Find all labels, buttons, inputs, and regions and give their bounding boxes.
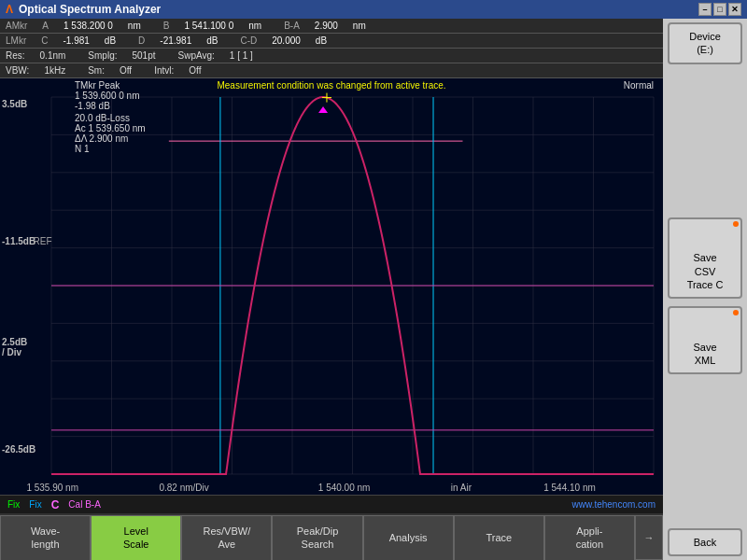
res-label: Res: [6,50,25,61]
tab-wavelength[interactable]: Wave- length [0,515,91,560]
tab-application[interactable]: Appli- cation [544,515,635,560]
condition-message: Measurement condition was changed from a… [217,80,445,91]
info-bar-1: AMkr A 1 538.200 0 nm B 1 541.100 0 nm B… [0,19,663,34]
sm-label: Sm: [88,65,105,76]
ba-value: 2.900 [315,21,338,31]
b-wl-value: 1 541.100 0 [184,21,233,31]
back-button[interactable]: Back [668,528,742,556]
tab-level-scale[interactable]: Level Scale [91,515,181,560]
ba-unit: nm [353,21,366,31]
ref-label: REF [34,236,52,246]
device-button[interactable]: Device (E:) [668,22,742,64]
xml-indicator [733,310,739,315]
save-xml-button[interactable]: Save XML [668,306,742,374]
b-label: B [163,21,170,31]
cd-unit: dB [316,35,327,46]
graph-area: Measurement condition was changed from a… [0,78,663,495]
lmkr-label: LMkr [6,35,26,46]
vbw-label: VBW: [6,65,29,76]
smplg-value: 501pt [132,50,155,61]
app-title: Optical Spectrum Analyzer [19,3,698,16]
x-label-medium: in Air [451,483,472,493]
info-bar-2: Res: 0.1nm Smplg: 501pt SwpAvg: 1 [ 1 ] [0,49,663,63]
a-wl-value: 1 538.200 0 [63,21,113,31]
spectrum-plot [0,78,663,495]
fix1-label: Fix [7,499,20,510]
right-panel: Device (E:) Save CSV Trace C Save XML Ba… [663,19,747,560]
y-label-bot: -26.5dB [2,444,35,455]
smplg-label: Smplg: [88,50,117,61]
csv-indicator [733,221,739,227]
res-value: 0.1nm [40,50,66,61]
a-unit: nm [128,21,141,31]
swpavg-label: SwpAvg: [178,50,215,61]
d-label: D [138,35,145,46]
swpavg-value: 1 [ 1 ] [230,50,253,61]
y-label-top: 3.5dB [2,99,27,109]
app-icon: Λ [6,3,13,16]
fix2-label: Fix [29,499,41,510]
normal-label: Normal [624,80,654,91]
website-url: www.tehencom.com [572,499,655,510]
c-unit: dB [105,35,116,46]
close-button[interactable]: ✕ [728,3,741,16]
ba-label: B-A [284,21,300,31]
tab-trace[interactable]: Trace [454,515,544,560]
sm-value: Off [120,65,132,76]
c-value: -1.981 [63,35,89,46]
amkr-label: AMkr [6,21,27,31]
b-unit: nm [248,21,261,31]
status-bar: Fix Fix C Cal B-A www.tehencom.com [0,495,663,513]
minimize-button[interactable]: – [698,3,712,16]
bottom-button-bar: Wave- length Level Scale Res/VBW/ Ave Pe… [0,513,663,560]
maximize-button[interactable]: □ [713,3,726,16]
tab-analysis[interactable]: Analysis [363,515,454,560]
x-label-center: 1 540.00 nm [318,483,371,493]
cal-text: Cal B-A [68,499,100,510]
intvl-label: Intvl: [154,65,174,76]
c-label: C [41,35,48,46]
main-area: AMkr A 1 538.200 0 nm B 1 541.100 0 nm B… [0,19,747,560]
x-label-div: 0.82 nm/Div [159,483,208,493]
vbw-value: 1kHz [44,65,65,76]
intvl-value: Off [189,65,201,76]
cd-value: 20.000 [272,35,301,46]
tab-peak-dip[interactable]: Peak/Dip Search [272,515,362,560]
a-label: A [42,21,49,31]
info-bar-2b: VBW: 1kHz Sm: Off Intvl: Off [0,63,663,78]
x-label-start: 1 535.90 nm [26,483,78,493]
x-label-end: 1 544.10 nm [543,483,596,493]
title-bar: Λ Optical Spectrum Analyzer – □ ✕ [0,0,747,19]
d-unit: dB [206,35,218,46]
tab-next-arrow[interactable]: → [635,515,663,560]
cd-label: C-D [240,35,257,46]
d-value: -21.981 [160,35,191,46]
save-csv-button[interactable]: Save CSV Trace C [668,217,742,299]
y-label-mid1: -11.5dB [2,236,35,246]
left-panel: AMkr A 1 538.200 0 nm B 1 541.100 0 nm B… [0,19,663,560]
cal-icon: C [51,498,60,511]
y-label-mid2: 2.5dB/ Div [2,337,27,357]
info-bar-1b: LMkr C -1.981 dB D -21.981 dB C-D 20.000… [0,34,663,49]
tab-res-vbw[interactable]: Res/VBW/ Ave [181,515,272,560]
